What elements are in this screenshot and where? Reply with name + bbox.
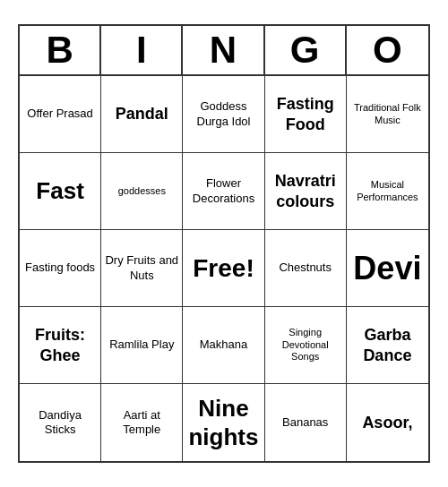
bingo-cell-4: Traditional Folk Music — [347, 76, 428, 153]
bingo-cell-22: Nine nights — [183, 384, 264, 461]
bingo-cell-11: Dry Fruits and Nuts — [101, 230, 183, 307]
bingo-cell-16: Ramlila Play — [101, 307, 183, 384]
bingo-cell-5: Fast — [20, 153, 101, 230]
bingo-cell-6: goddesses — [101, 153, 183, 230]
header-letter-b: B — [20, 26, 101, 74]
bingo-cell-24: Asoor, — [347, 384, 428, 461]
bingo-header: BINGO — [20, 26, 428, 76]
bingo-cell-19: Garba Dance — [347, 307, 428, 384]
header-letter-n: N — [183, 26, 264, 74]
bingo-cell-3: Fasting Food — [265, 76, 347, 153]
bingo-cell-10: Fasting foods — [20, 230, 101, 307]
bingo-cell-8: Navratri colours — [265, 153, 347, 230]
bingo-cell-21: Aarti at Temple — [101, 384, 183, 461]
header-letter-o: O — [347, 26, 428, 74]
bingo-cell-23: Bananas — [265, 384, 347, 461]
bingo-cell-14: Devi — [347, 230, 428, 307]
bingo-cell-1: Pandal — [101, 76, 183, 153]
header-letter-i: I — [101, 26, 183, 74]
bingo-grid: Offer PrasadPandalGoddess Durga IdolFast… — [20, 76, 428, 461]
bingo-cell-2: Goddess Durga Idol — [183, 76, 264, 153]
bingo-card: BINGO Offer PrasadPandalGoddess Durga Id… — [18, 24, 430, 463]
bingo-cell-20: Dandiya Sticks — [20, 384, 101, 461]
bingo-cell-18: Singing Devotional Songs — [265, 307, 347, 384]
bingo-cell-17: Makhana — [183, 307, 264, 384]
bingo-cell-0: Offer Prasad — [20, 76, 101, 153]
bingo-cell-13: Chestnuts — [265, 230, 347, 307]
bingo-cell-15: Fruits: Ghee — [20, 307, 101, 384]
bingo-cell-12: Free! — [183, 230, 264, 307]
header-letter-g: G — [265, 26, 347, 74]
bingo-cell-9: Musical Performances — [347, 153, 428, 230]
bingo-cell-7: Flower Decorations — [183, 153, 264, 230]
